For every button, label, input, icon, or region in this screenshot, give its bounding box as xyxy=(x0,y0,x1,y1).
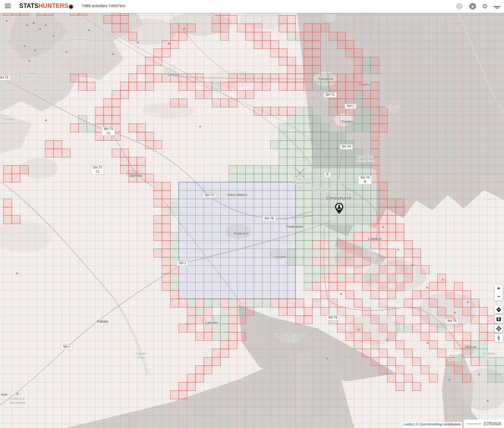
explored-tile xyxy=(112,24,120,32)
map-label: Rangiora xyxy=(319,77,333,81)
peak-icon xyxy=(28,59,31,62)
explored-tile xyxy=(162,257,170,266)
max-square-cell xyxy=(254,199,262,207)
pegman-button[interactable] xyxy=(495,334,503,342)
max-square-cell xyxy=(279,291,287,299)
cluster-tile xyxy=(471,349,479,357)
statshunters-logo[interactable]: STATSHUNTERS◉ xyxy=(19,2,73,9)
explored-tile xyxy=(129,157,137,165)
explored-tile xyxy=(379,124,388,132)
explored-tile xyxy=(62,149,70,157)
explored-tile xyxy=(137,124,145,132)
cluster-tile xyxy=(329,140,337,149)
explored-tile xyxy=(304,24,312,32)
explored-tile xyxy=(346,274,354,282)
explored-tile xyxy=(321,249,329,257)
explored-tile xyxy=(12,174,20,182)
explored-tile xyxy=(354,265,362,274)
map-canvas[interactable]: OxfordRangioraPegasusKaiapoiDarfieldWest… xyxy=(0,0,504,428)
explored-tile xyxy=(479,307,488,316)
peak-icon xyxy=(32,22,35,24)
save-floppy-icon xyxy=(496,316,501,322)
explored-tile xyxy=(396,232,404,241)
explored-tile xyxy=(371,165,379,174)
explored-tile xyxy=(162,215,170,224)
explored-tile xyxy=(287,66,296,74)
max-square-cell xyxy=(212,240,221,249)
explored-tile xyxy=(337,240,346,249)
explored-tile xyxy=(287,24,296,32)
explored-tile xyxy=(387,207,396,216)
cluster-tile xyxy=(371,199,379,207)
explored-tile xyxy=(312,32,321,41)
explored-tile xyxy=(312,41,321,49)
info-button[interactable]: i xyxy=(455,2,463,10)
explored-tile xyxy=(287,299,296,307)
max-square-cell xyxy=(195,224,204,232)
attribution-separator: | © xyxy=(413,422,419,426)
play-button[interactable]: ▶ xyxy=(469,2,477,10)
map-label: Leeston xyxy=(205,321,218,325)
route-button[interactable] xyxy=(495,305,503,314)
cluster-tile xyxy=(354,224,362,232)
explored-tile xyxy=(404,240,413,249)
max-square-cell xyxy=(187,215,195,224)
max-square-cell xyxy=(212,291,221,299)
cluster-tile xyxy=(362,124,371,132)
explored-tile xyxy=(237,24,246,32)
locate-button[interactable] xyxy=(495,324,503,333)
explored-tile xyxy=(204,90,212,99)
max-square-cell xyxy=(270,207,279,216)
cluster-tile xyxy=(354,190,362,199)
explored-tile xyxy=(3,207,12,216)
filter-icon xyxy=(493,6,501,7)
max-square-cell xyxy=(254,265,262,274)
cluster-tile xyxy=(329,240,337,249)
explored-tile xyxy=(396,257,404,266)
filter-button[interactable] xyxy=(493,2,501,10)
cluster-tile xyxy=(354,165,362,174)
cluster-tile xyxy=(170,207,179,216)
explored-tile xyxy=(204,332,212,341)
cluster-tile xyxy=(170,199,179,207)
explored-tile xyxy=(337,265,346,274)
max-square-cell xyxy=(187,240,195,249)
cluster-tile xyxy=(496,366,504,374)
save-button[interactable] xyxy=(495,315,503,323)
explored-tile xyxy=(204,307,212,316)
explored-tile xyxy=(379,190,388,199)
cluster-tile xyxy=(304,207,312,216)
peak-icon xyxy=(467,301,469,303)
explored-tile xyxy=(321,240,329,249)
max-square-cell xyxy=(262,182,271,190)
settings-button[interactable]: ⚙ xyxy=(481,2,489,10)
explored-tile xyxy=(379,282,388,291)
explored-tile xyxy=(421,332,429,341)
max-square-cell xyxy=(187,274,195,282)
cluster-tile xyxy=(329,249,337,257)
statshunters-app: OxfordRangioraPegasusKaiapoiDarfieldWest… xyxy=(0,0,504,428)
zoom-in-button[interactable]: + xyxy=(495,284,503,293)
explored-tile xyxy=(95,115,104,124)
max-square-cell xyxy=(204,232,212,241)
openstreetmap-link[interactable]: OpenStreetMap xyxy=(419,422,442,426)
home-location-marker[interactable] xyxy=(335,203,344,215)
zoom-out-button[interactable]: − xyxy=(495,293,503,301)
cluster-tile xyxy=(329,182,337,190)
cluster-tile xyxy=(312,124,321,132)
menu-icon[interactable] xyxy=(5,4,11,8)
explored-tile xyxy=(412,291,421,299)
explored-tile xyxy=(312,66,321,74)
explored-tile xyxy=(371,140,379,149)
max-square-cell xyxy=(245,240,254,249)
explored-tile xyxy=(179,32,187,41)
cluster-tile xyxy=(312,132,321,140)
leaflet-link[interactable]: Leaflet xyxy=(403,422,413,426)
explored-tile xyxy=(321,291,329,299)
explored-tile xyxy=(454,366,463,374)
cluster-tile xyxy=(312,199,321,207)
cluster-tile xyxy=(304,132,312,140)
explored-tile xyxy=(412,257,421,266)
max-square-cell xyxy=(279,282,287,291)
cluster-tile xyxy=(371,182,379,190)
